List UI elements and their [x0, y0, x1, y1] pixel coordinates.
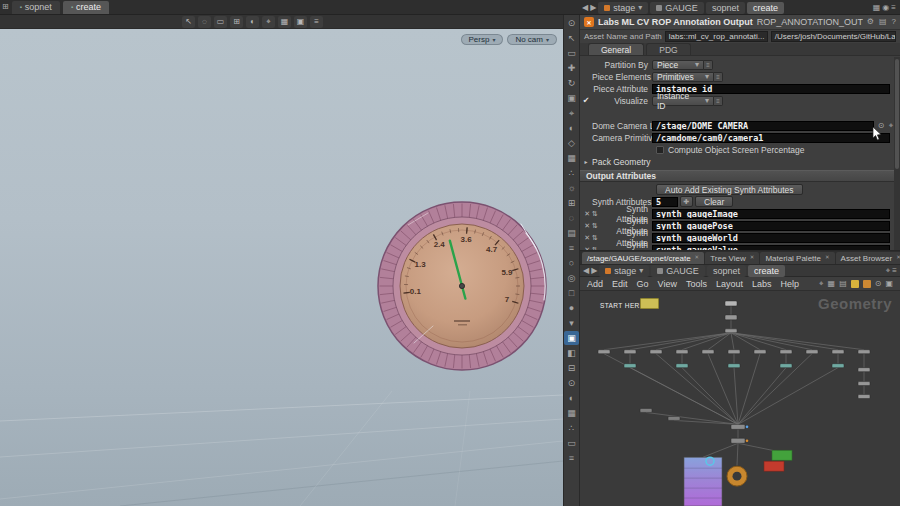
options-list-icon[interactable]: ▤	[564, 226, 579, 240]
pane-tab-sopnet[interactable]: ▪ sopnet	[12, 1, 60, 14]
net-snap-icon[interactable]: ⌖	[819, 280, 824, 288]
op-path-node-icon[interactable]: ⊙	[876, 122, 886, 130]
nav-forward-icon[interactable]: ▶	[591, 267, 597, 275]
split-view-icon[interactable]: ◧	[564, 346, 579, 360]
grid-toggle-icon[interactable]: ⊞	[564, 196, 579, 210]
dropdown-menu-icon[interactable]: ≡	[704, 60, 713, 70]
points-display-icon[interactable]: ○	[564, 256, 579, 270]
auto-add-synth-button[interactable]: Auto Add Existing Synth Attributes	[656, 184, 803, 195]
correction-icon[interactable]: ◐	[564, 391, 579, 405]
red-node[interactable]	[764, 461, 784, 471]
vp-lasso-icon[interactable]: ◌	[198, 16, 211, 28]
rotate-tool-icon[interactable]: ↻	[564, 76, 579, 90]
synth-attribute-field[interactable]: synth_gaugeImage	[652, 209, 890, 219]
view-tool-icon[interactable]: ⊙	[564, 16, 579, 30]
vp-cam-icon[interactable]: ▣	[294, 16, 307, 28]
remove-instance-icon[interactable]: ✕	[584, 222, 590, 229]
tab-close-icon[interactable]: ✕	[750, 255, 755, 261]
synth-clear-button[interactable]: Clear	[695, 196, 733, 207]
vp-shade-icon[interactable]: ◐	[246, 16, 259, 28]
compute-screen-checkbox[interactable]	[656, 146, 664, 154]
vp-snap-icon[interactable]: ⌖	[262, 16, 275, 28]
snap-grid-icon[interactable]: ▦	[564, 151, 579, 165]
camera-select-menu[interactable]: No cam ▾	[507, 34, 557, 45]
nav-back-icon[interactable]: ◀	[583, 267, 589, 275]
vp-select-icon[interactable]: ↖	[182, 16, 195, 28]
texture-icon[interactable]: ▦	[564, 406, 579, 420]
display-options-icon[interactable]: ≡	[564, 241, 579, 255]
lighting-icon[interactable]: ☼	[564, 181, 579, 195]
reorder-instance-icon[interactable]: ⇅	[592, 234, 598, 241]
menu-labs[interactable]: Labs	[752, 279, 772, 289]
wireframe-mode-icon[interactable]: ◇	[564, 136, 579, 150]
reorder-instance-icon[interactable]: ⇅	[592, 246, 598, 250]
net-tab-path[interactable]: /stage/GAUGE/sopnet/create ✕	[582, 252, 704, 264]
user-account-icon[interactable]: ◉	[882, 4, 889, 12]
breadcrumb-gauge[interactable]: GAUGE	[650, 2, 704, 14]
param-scrollbar[interactable]	[894, 57, 900, 250]
breadcrumb-stage[interactable]: stage ▾	[598, 2, 648, 14]
synth-attribute-field[interactable]: synth_gaugeWorld	[652, 233, 890, 243]
tab-general[interactable]: General	[588, 43, 644, 55]
asset-path-field[interactable]: /Users/josh/Documents/GitHub/LabsPartner…	[771, 31, 896, 42]
partition-by-dropdown[interactable]: Piece ▾	[652, 60, 704, 70]
menu-edit[interactable]: Edit	[612, 279, 628, 289]
tab-close-icon[interactable]: ✕	[825, 255, 830, 261]
network-graph[interactable]	[580, 291, 900, 506]
synth-add-button[interactable]: ✚	[680, 196, 693, 207]
mask-icon[interactable]: ◌	[564, 211, 579, 225]
bbox-display-icon[interactable]: □	[564, 286, 579, 300]
presets-icon[interactable]: ▤	[879, 18, 887, 26]
snap-points-icon[interactable]: ∴	[564, 166, 579, 180]
crop-icon[interactable]: ▭	[564, 436, 579, 450]
color-palette-chip-icon[interactable]	[851, 280, 859, 288]
material-display-icon[interactable]: ●	[564, 301, 579, 315]
net-list-icon[interactable]: ▤	[839, 280, 847, 288]
pane-tab-create[interactable]: ▪ create	[63, 1, 109, 14]
inspect-icon[interactable]: ⊙	[564, 376, 579, 390]
dome-camera-field[interactable]: /stage/DOME_CAMERA	[652, 121, 874, 131]
pin-pane-icon[interactable]: ⌖	[886, 267, 891, 275]
more-tools-icon[interactable]: ▾	[564, 316, 579, 330]
net-breadcrumb-stage[interactable]: stage ▾	[599, 265, 649, 277]
visualize-dropdown[interactable]: Instance ID ▾	[652, 96, 714, 106]
synth-count-field[interactable]: 5	[652, 197, 678, 207]
help-icon[interactable]: ?	[892, 18, 896, 26]
net-breadcrumb-gauge[interactable]: GAUGE	[651, 265, 705, 277]
normals-display-icon[interactable]: ◎	[564, 271, 579, 285]
menu-add[interactable]: Add	[587, 279, 603, 289]
current-pane-icon[interactable]: ▣	[564, 331, 579, 345]
viewport-canvas[interactable]: 0.11.32.43.64.75.97	[0, 29, 563, 506]
reorder-instance-icon[interactable]: ⇅	[592, 222, 598, 229]
dropdown-menu-icon[interactable]: ≡	[714, 96, 723, 106]
particles-icon[interactable]: ∴	[564, 421, 579, 435]
layout-presets-icon[interactable]: ▦	[873, 4, 881, 12]
shade-mode-icon[interactable]: ◐	[564, 121, 579, 135]
menu-go[interactable]: Go	[637, 279, 649, 289]
nav-forward-icon[interactable]: ▶	[590, 4, 596, 12]
handles-icon[interactable]: ⌖	[564, 106, 579, 120]
remove-instance-icon[interactable]: ✕	[584, 246, 590, 250]
net-grid-icon[interactable]: ▦	[828, 280, 836, 288]
start-here-node[interactable]	[640, 298, 659, 309]
tab-pdg[interactable]: PDG	[646, 43, 690, 55]
output-attributes-section[interactable]: Output Attributes	[580, 170, 900, 182]
nav-back-icon[interactable]: ◀	[582, 4, 588, 12]
collapse-pane-icon[interactable]: ⊟	[564, 361, 579, 375]
strip-menu-icon[interactable]: ≡	[564, 451, 579, 465]
tab-close-icon[interactable]: ✕	[896, 255, 900, 261]
asset-name-field[interactable]: labs::ml_cv_rop_annotati...	[665, 31, 768, 42]
menu-view[interactable]: View	[658, 279, 677, 289]
synth-attribute-field[interactable]: synth_gaugePose	[652, 221, 890, 231]
menu-tools[interactable]: Tools	[686, 279, 707, 289]
remove-instance-icon[interactable]: ✕	[584, 234, 590, 241]
vp-box-icon[interactable]: ▭	[214, 16, 227, 28]
net-tab-asset-browser[interactable]: Asset Browser ✕	[836, 252, 900, 264]
breadcrumb-sopnet[interactable]: sopnet	[706, 2, 745, 14]
visualize-enabled-check[interactable]: ✔	[583, 97, 590, 105]
net-search-icon[interactable]: ⊙	[875, 280, 882, 288]
net-breadcrumb-create[interactable]: create	[748, 265, 785, 277]
persp-view-menu[interactable]: Persp ▾	[461, 34, 504, 45]
bottom-node-cluster[interactable]	[684, 450, 792, 506]
piece-elements-dropdown[interactable]: Primitives ▾	[652, 72, 714, 82]
